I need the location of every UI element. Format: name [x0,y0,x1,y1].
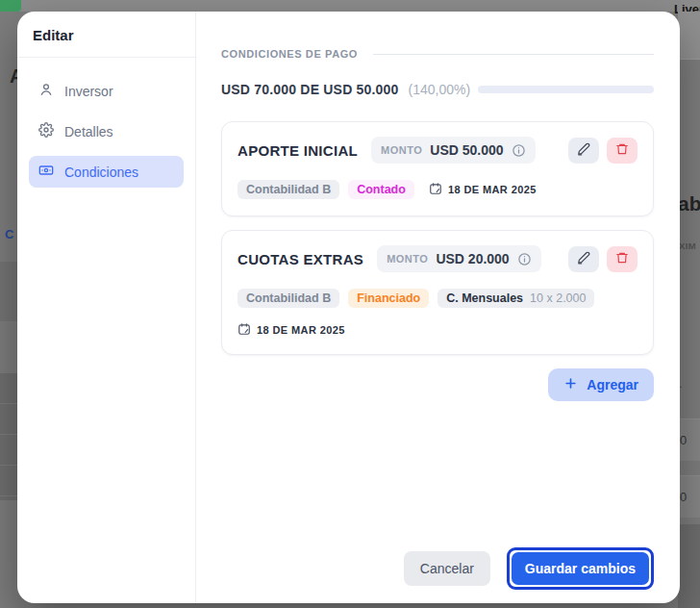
save-button-highlight-ring: Guardar cambios [507,547,654,590]
backdrop-link-left: C [5,227,13,241]
section-divider [373,54,654,55]
sidebar-item-label: Condiciones [64,165,138,180]
backdrop-heading-right: ab [678,192,700,215]
backdrop-green-badge [0,0,21,12]
card-title-row: CUOTAS EXTRAS MONTO USD 20.000 [238,245,638,272]
dialog-footer: Cancelar Guardar cambios [221,547,654,590]
progress-bar [478,86,654,93]
plus-icon [563,376,578,393]
monto-label: MONTO [381,144,422,156]
summary-amount: USD 70.000 DE USD 50.000 [221,82,399,97]
condition-date: 18 DE MAR 2025 [429,182,537,197]
condition-card-aporte-inicial: APORTE INICIAL MONTO USD 50.000 [221,121,654,216]
backdrop-left-table-rows [0,373,17,500]
add-row: Agregar [221,368,654,401]
sidebar-item-condiciones[interactable]: Condiciones [29,156,184,188]
info-icon[interactable] [517,252,532,266]
trash-icon [615,251,629,267]
conditions-list: APORTE INICIAL MONTO USD 50.000 [221,121,654,355]
tag-financiado: Financiado [348,289,429,308]
monto-value: USD 50.000 [430,142,503,158]
add-condition-button[interactable]: Agregar [548,368,654,401]
conditions-panel: CONDICIONES DE PAGO USD 70.000 DE USD 50… [196,12,680,603]
cancel-button[interactable]: Cancelar [404,551,490,586]
dialog-title: Editar [33,27,180,43]
trash-icon [615,142,629,159]
gear-icon [38,122,54,140]
condition-name: APORTE INICIAL [238,142,358,159]
add-button-label: Agregar [587,377,638,393]
edit-condition-button[interactable] [568,138,599,164]
backdrop-left-band [0,262,17,321]
card-title-row: APORTE INICIAL MONTO USD 50.000 [238,137,638,164]
save-changes-button[interactable]: Guardar cambios [512,552,649,585]
banknote-icon [38,163,54,181]
dialog-sidebar: Editar Inversor Detalles Condiciones [17,12,196,603]
tag-contabilidad: Contabilidad B [238,289,339,308]
dialog-header: Editar [17,12,195,58]
backdrop-table-cell: 0 [678,418,700,461]
person-icon [38,82,54,100]
card-actions [568,246,638,272]
condition-date-text: 18 DE MAR 2025 [257,324,345,336]
sidebar-item-label: Detalles [64,124,113,139]
sidebar-item-label: Inversor [64,84,113,99]
section-title: CONDICIONES DE PAGO [221,48,358,60]
edit-condition-button[interactable] [568,246,599,272]
edit-dialog: Editar Inversor Detalles Condiciones [17,12,680,603]
backdrop-table-cell: 0 [678,475,700,518]
payment-summary: USD 70.000 DE USD 50.000 (140,00%) [221,82,654,97]
tag-contabilidad: Contabilidad B [238,180,339,199]
card-actions [568,138,638,164]
monto-label: MONTO [387,253,428,265]
condition-date-text: 18 DE MAR 2025 [448,184,537,195]
section-header: CONDICIONES DE PAGO [221,48,654,60]
calendar-icon [429,182,442,197]
backdrop-top-strip [0,0,700,12]
delete-condition-button[interactable] [607,246,638,272]
card-date-row: 18 DE MAR 2025 [238,322,638,338]
installments-label: C. Mensuales [446,291,523,305]
delete-condition-button[interactable] [607,138,638,164]
monto-pill: MONTO USD 20.000 [377,245,541,272]
summary-percent: (140,00%) [409,82,471,97]
tag-contado: Contado [348,180,414,199]
monto-value: USD 20.000 [436,251,509,266]
card-tags-row: Contabilidad B Financiado C. Mensuales 1… [238,289,638,308]
sidebar-item-inversor[interactable]: Inversor [29,75,184,107]
spacer [221,401,654,547]
sidebar-nav: Inversor Detalles Condiciones [17,58,195,214]
info-icon[interactable] [512,143,526,158]
condition-name: CUOTAS EXTRAS [238,251,363,267]
condition-card-cuotas-extras: CUOTAS EXTRAS MONTO USD 20.000 [221,230,654,355]
tag-installments: C. Mensuales 10 x 2.000 [438,289,594,308]
pencil-icon [577,251,590,267]
backdrop-bottom-band [678,524,700,608]
condition-date: 18 DE MAR 2025 [238,322,345,338]
monto-pill: MONTO USD 50.000 [371,137,536,164]
card-tags-row: Contabilidad B Contado 18 DE MAR 2025 [238,180,638,199]
installments-value: 10 x 2.000 [530,291,586,305]
backdrop-right-band [678,12,700,60]
calendar-icon [238,322,251,338]
sidebar-item-detalles[interactable]: Detalles [29,115,184,147]
pencil-icon [577,142,590,159]
